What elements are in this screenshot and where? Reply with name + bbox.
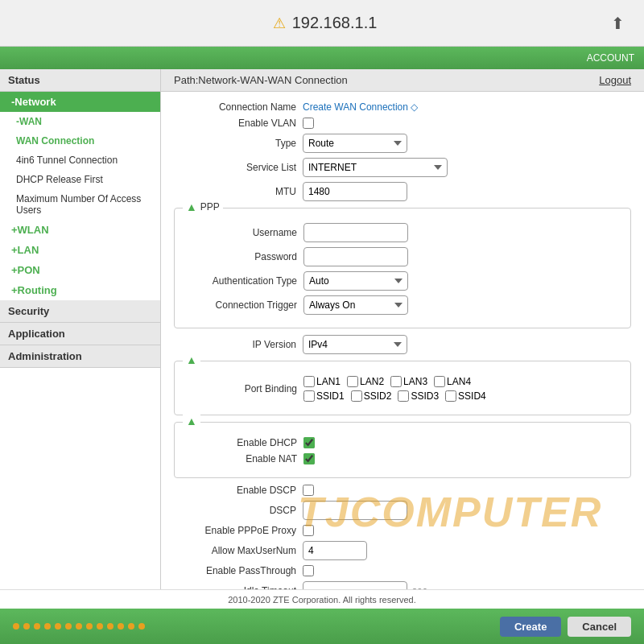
ssid1-item: SSID1 bbox=[303, 390, 345, 402]
lan3-item: LAN3 bbox=[390, 376, 427, 387]
dscp-label: DSCP bbox=[174, 505, 303, 516]
lan2-checkbox[interactable] bbox=[347, 376, 358, 387]
green-header: ACCOUNT bbox=[0, 47, 644, 69]
copyright-bar: 2010-2020 ZTE Corporation. All rights re… bbox=[0, 589, 644, 609]
type-select[interactable]: Route bbox=[303, 134, 407, 153]
port-binding-label: Port Binding bbox=[175, 383, 303, 394]
ssid2-item: SSID2 bbox=[351, 390, 392, 402]
service-list-label: Service List bbox=[174, 162, 303, 173]
service-list-row: Service List INTERNET bbox=[174, 158, 631, 177]
ssid2-checkbox[interactable] bbox=[351, 390, 362, 402]
ssid4-item: SSID4 bbox=[445, 390, 486, 402]
dot-6 bbox=[65, 623, 72, 630]
auth-type-label: Authentication Type bbox=[175, 275, 303, 287]
dot-10 bbox=[107, 623, 114, 630]
sidebar-item-pon[interactable]: +PON bbox=[0, 260, 160, 280]
enable-pppoe-checkbox[interactable] bbox=[303, 525, 314, 536]
ppp-label: PPP bbox=[200, 201, 220, 213]
create-button[interactable]: Create bbox=[500, 617, 561, 637]
allow-max-row: Allow MaxUserNum bbox=[174, 541, 631, 560]
dhcp-nat-header bbox=[183, 415, 200, 427]
enable-passthrough-checkbox[interactable] bbox=[303, 565, 314, 576]
enable-vlan-label: Enable VLAN bbox=[174, 118, 303, 129]
form-area: Connection Name Create WAN Connection ◇ … bbox=[161, 92, 644, 609]
sidebar-application[interactable]: Application bbox=[0, 323, 160, 345]
dot-2 bbox=[23, 623, 30, 630]
port-binding-section: Port Binding LAN1 LAN2 bbox=[174, 361, 631, 415]
lan4-label: LAN4 bbox=[447, 376, 471, 387]
logout-link[interactable]: Logout bbox=[599, 74, 631, 86]
conn-trigger-select[interactable]: Always On bbox=[303, 295, 408, 315]
sidebar-administration[interactable]: Administration bbox=[0, 345, 160, 368]
cancel-button[interactable]: Cancel bbox=[568, 617, 631, 637]
lan3-checkbox[interactable] bbox=[390, 376, 402, 387]
mtu-input[interactable] bbox=[303, 182, 407, 201]
dscp-input[interactable] bbox=[303, 501, 407, 520]
ssid4-checkbox[interactable] bbox=[445, 390, 456, 402]
ssid1-checkbox[interactable] bbox=[303, 390, 315, 402]
lan1-checkbox[interactable] bbox=[303, 376, 315, 387]
enable-dscp-label: Enable DSCP bbox=[174, 485, 303, 496]
password-input[interactable] bbox=[303, 247, 408, 266]
enable-pppoe-row: Enable PPPoE Proxy bbox=[174, 525, 631, 536]
main-layout: Status -Network -WAN WAN Connection 4in6… bbox=[0, 69, 644, 609]
service-list-select[interactable]: INTERNET bbox=[303, 158, 448, 177]
content-area: Path:Network-WAN-WAN Connection Logout C… bbox=[161, 69, 644, 609]
enable-pppoe-label: Enable PPPoE Proxy bbox=[174, 525, 303, 536]
connection-name-label: Connection Name bbox=[174, 101, 303, 113]
sidebar-item-wan[interactable]: -WAN bbox=[0, 112, 160, 131]
enable-vlan-row: Enable VLAN bbox=[174, 118, 631, 129]
sidebar-item-routing[interactable]: +Routing bbox=[0, 280, 160, 300]
dot-9 bbox=[97, 623, 103, 630]
sidebar-item-tunnel[interactable]: 4in6 Tunnel Connection bbox=[0, 151, 160, 170]
allow-max-input[interactable] bbox=[303, 541, 367, 560]
lan1-item: LAN1 bbox=[303, 376, 341, 387]
dot-5 bbox=[55, 623, 61, 630]
dot-7 bbox=[76, 623, 82, 630]
lan4-checkbox[interactable] bbox=[434, 376, 445, 387]
ssid4-label: SSID4 bbox=[458, 390, 486, 402]
dot-11 bbox=[118, 623, 124, 630]
port-binding-collapse-icon[interactable] bbox=[186, 353, 197, 366]
ssid1-label: SSID1 bbox=[316, 390, 345, 402]
username-row: Username bbox=[175, 223, 630, 242]
bottom-buttons: Create Cancel bbox=[500, 617, 631, 637]
enable-dscp-checkbox[interactable] bbox=[303, 485, 314, 496]
sidebar-item-max-users[interactable]: Maximum Number Of Access Users bbox=[0, 189, 160, 220]
sidebar-item-wlan[interactable]: +WLAN bbox=[0, 220, 160, 240]
share-button[interactable]: ⬆ bbox=[605, 10, 631, 36]
sidebar-item-network[interactable]: -Network bbox=[0, 92, 160, 112]
enable-vlan-checkbox[interactable] bbox=[303, 118, 314, 129]
enable-dscp-row: Enable DSCP bbox=[174, 485, 631, 496]
enable-passthrough-row: Enable PassThrough bbox=[174, 565, 631, 576]
sidebar-item-lan[interactable]: +LAN bbox=[0, 240, 160, 260]
enable-nat-checkbox[interactable] bbox=[303, 453, 315, 464]
ip-version-label: IP Version bbox=[174, 339, 303, 350]
sidebar-item-wan-connection[interactable]: WAN Connection bbox=[0, 131, 160, 151]
dot-1 bbox=[13, 623, 19, 630]
conn-trigger-row: Connection Trigger Always On bbox=[175, 295, 630, 315]
sidebar-item-dhcp[interactable]: DHCP Release First bbox=[0, 170, 160, 189]
connection-name-link[interactable]: Create WAN Connection ◇ bbox=[303, 101, 418, 113]
ssid3-label: SSID3 bbox=[411, 390, 439, 402]
dhcp-nat-collapse-icon[interactable] bbox=[186, 415, 197, 427]
ppp-collapse-icon[interactable] bbox=[186, 200, 197, 213]
sidebar-security[interactable]: Security bbox=[0, 300, 160, 323]
ssid3-item: SSID3 bbox=[398, 390, 439, 402]
auth-type-row: Authentication Type Auto bbox=[175, 271, 630, 291]
connection-name-row: Connection Name Create WAN Connection ◇ bbox=[174, 101, 631, 113]
ip-address: 192.168.1.1 bbox=[292, 14, 378, 32]
ssid3-checkbox[interactable] bbox=[398, 390, 409, 402]
ip-version-row: IP Version IPv4 bbox=[174, 335, 631, 354]
ip-version-select[interactable]: IPv4 bbox=[303, 335, 407, 354]
lan3-label: LAN3 bbox=[403, 376, 427, 387]
username-input[interactable] bbox=[303, 223, 408, 242]
bottom-bar: Create Cancel bbox=[0, 609, 644, 644]
path-bar: Path:Network-WAN-WAN Connection Logout bbox=[161, 69, 644, 92]
enable-nat-row: Enable NAT bbox=[175, 453, 630, 464]
auth-type-select[interactable]: Auto bbox=[303, 271, 408, 291]
enable-dhcp-label: Enable DHCP bbox=[175, 437, 303, 448]
enable-dhcp-checkbox[interactable] bbox=[303, 437, 315, 448]
dot-12 bbox=[128, 623, 134, 630]
sidebar-status[interactable]: Status bbox=[0, 69, 160, 92]
